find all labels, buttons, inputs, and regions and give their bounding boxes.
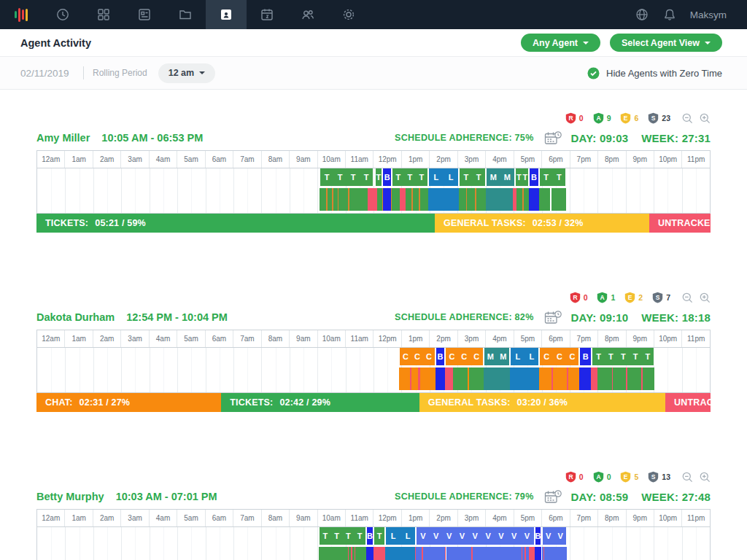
schedule-block[interactable]: VV	[542, 527, 568, 545]
calendar-clock-icon[interactable]	[544, 310, 562, 325]
activity-segment[interactable]	[338, 188, 348, 211]
tab-users[interactable]	[287, 0, 328, 29]
status-badge-e[interactable]: E6	[620, 112, 638, 124]
status-badge-s[interactable]: S13	[648, 471, 670, 483]
tab-folders[interactable]	[165, 0, 206, 29]
activity-segment[interactable]	[400, 188, 406, 211]
activity-segment[interactable]	[411, 368, 418, 390]
schedule-block[interactable]: CCC	[539, 348, 579, 365]
schedule-block[interactable]: T	[374, 527, 385, 545]
schedule-block[interactable]: TT	[539, 168, 567, 186]
tab-time[interactable]	[42, 0, 83, 29]
status-badge-a[interactable]: A0	[593, 471, 611, 483]
activity-segment[interactable]	[529, 547, 534, 560]
activity-segment[interactable]	[544, 547, 567, 560]
activity-segment[interactable]	[539, 188, 550, 211]
activity-segment[interactable]	[428, 188, 459, 211]
activity-segment[interactable]	[406, 188, 411, 211]
activity-segment[interactable]	[539, 368, 551, 390]
activity-segment[interactable]	[320, 188, 326, 211]
activity-segment[interactable]	[591, 368, 598, 390]
schedule-block[interactable]: LL	[428, 168, 459, 186]
calendar-clock-icon[interactable]	[544, 131, 562, 146]
schedule-block[interactable]: MM	[486, 168, 515, 186]
tab-schedules[interactable]	[247, 0, 287, 29]
status-badge-s[interactable]: S23	[648, 112, 670, 124]
activity-segment[interactable]	[420, 368, 436, 390]
activity-segment[interactable]	[453, 368, 467, 390]
status-badge-s[interactable]: S7	[652, 292, 670, 303]
activity-segment[interactable]	[420, 188, 428, 211]
schedule-block[interactable]: B	[436, 348, 445, 365]
tab-settings[interactable]	[328, 0, 369, 29]
activity-segment[interactable]	[473, 547, 522, 560]
activity-segment[interactable]	[597, 368, 611, 390]
schedule-block[interactable]: TTT	[392, 168, 428, 186]
status-badge-e[interactable]: E5	[620, 471, 638, 483]
activity-segment[interactable]	[366, 547, 374, 560]
zoom-out-icon[interactable]	[682, 472, 693, 483]
schedule-block[interactable]: B	[529, 168, 538, 186]
user-menu[interactable]: Maksym	[690, 9, 727, 20]
schedule-block[interactable]: B	[366, 527, 374, 545]
schedule-block[interactable]: T	[375, 168, 383, 186]
activity-segment[interactable]	[510, 368, 539, 390]
activity-segment[interactable]	[416, 547, 422, 560]
activity-segment[interactable]	[392, 188, 400, 211]
activity-segment[interactable]	[413, 188, 419, 211]
agent-name[interactable]: Betty Murphy	[36, 491, 104, 502]
tab-agent-activity[interactable]	[206, 0, 247, 29]
tab-dashboard[interactable]	[83, 0, 124, 29]
activity-segment[interactable]	[476, 188, 486, 211]
agent-name[interactable]: Amy Miller	[36, 132, 90, 144]
activity-segment[interactable]	[486, 188, 514, 211]
rolling-period-dropdown[interactable]: 12 am	[158, 63, 215, 83]
zoom-in-icon[interactable]	[700, 113, 711, 124]
calendar-clock-icon[interactable]	[544, 489, 562, 505]
schedule-block[interactable]: B	[579, 348, 592, 365]
activity-segment[interactable]	[529, 188, 538, 211]
activity-segment[interactable]	[383, 188, 391, 211]
bell-icon[interactable]	[662, 7, 677, 22]
globe-icon[interactable]	[635, 7, 649, 22]
activity-segment[interactable]	[385, 547, 415, 560]
activity-segment[interactable]	[469, 368, 483, 390]
activity-segment[interactable]	[423, 547, 445, 560]
status-badge-r[interactable]: R0	[565, 112, 584, 124]
activity-segment[interactable]	[535, 547, 542, 560]
agent-name[interactable]: Dakota Durham	[36, 311, 115, 323]
activity-segment[interactable]	[349, 188, 368, 211]
tab-scorecards[interactable]	[124, 0, 165, 29]
activity-segment[interactable]	[568, 368, 579, 390]
select-agent-view-dropdown[interactable]: Select Agent View	[610, 34, 722, 52]
status-badge-a[interactable]: A9	[593, 112, 611, 124]
schedule-block[interactable]: TT	[515, 168, 529, 186]
activity-segment[interactable]	[445, 368, 454, 390]
schedule-block[interactable]: CCC	[445, 348, 484, 365]
app-logo-icon[interactable]	[0, 0, 42, 29]
status-badge-r[interactable]: R0	[565, 471, 584, 483]
activity-segment[interactable]	[524, 188, 529, 211]
schedule-block[interactable]: TTTTT	[592, 348, 654, 365]
schedule-block[interactable]: TT	[459, 168, 485, 186]
hide-zero-toggle[interactable]: Hide Agents with Zero Time	[587, 67, 722, 79]
activity-segment[interactable]	[467, 188, 475, 211]
zoom-in-icon[interactable]	[700, 472, 711, 483]
schedule-block[interactable]: LL	[385, 527, 416, 545]
activity-segment[interactable]	[374, 547, 385, 560]
status-badge-r[interactable]: R0	[570, 292, 588, 303]
activity-segment[interactable]	[368, 188, 376, 211]
activity-segment[interactable]	[579, 368, 590, 390]
activity-segment[interactable]	[436, 368, 445, 390]
schedule-block[interactable]: CCC	[399, 348, 436, 365]
activity-segment[interactable]	[613, 368, 625, 390]
activity-segment[interactable]	[377, 188, 382, 211]
schedule-block[interactable]: MM	[484, 348, 511, 365]
schedule-block[interactable]: VVVVVVVVV	[416, 527, 535, 545]
schedule-block[interactable]: B	[535, 527, 542, 545]
activity-segment[interactable]	[319, 547, 348, 560]
zoom-out-icon[interactable]	[682, 292, 693, 303]
activity-segment[interactable]	[627, 368, 641, 390]
any-agent-dropdown[interactable]: Any Agent	[521, 34, 600, 52]
activity-segment[interactable]	[355, 547, 366, 560]
